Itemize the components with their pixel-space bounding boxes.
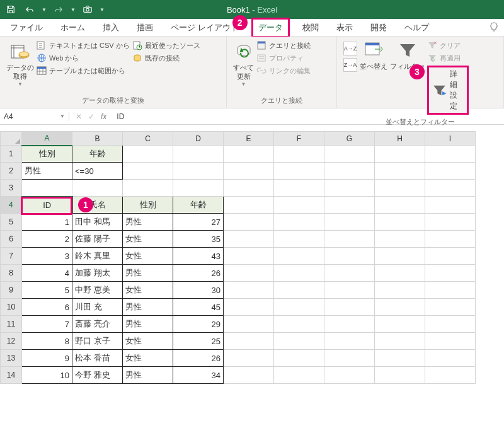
cell[interactable]: 3 [22,248,72,265]
col-header-B[interactable]: B [72,132,123,146]
cancel-formula-icon: ✕ [76,112,82,121]
tab-view[interactable]: 表示 [331,20,358,36]
cell[interactable]: 女性 [123,231,173,248]
svg-point-4 [19,52,29,57]
col-header-E[interactable]: E [224,132,274,146]
refresh-all-button[interactable]: すべて 更新 ▼ [232,39,255,95]
camera-icon[interactable] [81,3,94,16]
tab-insert[interactable]: 挿入 [98,20,124,36]
cell[interactable]: 女性 [123,282,173,299]
col-header-A[interactable]: A [22,132,72,146]
cell[interactable]: 男性 [123,265,173,282]
refresh-all-label: すべて 更新 [233,63,254,81]
col-header-C[interactable]: C [123,132,173,146]
cell[interactable]: 加藤 翔太 [72,265,123,282]
cell[interactable]: 5 [22,282,72,299]
cell[interactable]: 27 [173,214,224,231]
qat-more-dropdown[interactable]: ▼ [100,7,105,13]
cell[interactable]: 佐藤 陽子 [72,231,123,248]
fx-icon[interactable]: fx [101,112,106,121]
cell[interactable]: 性別 [123,197,173,214]
cell[interactable]: 7 [22,316,72,333]
existing-conn-button[interactable]: 既存の接続 [132,53,200,63]
queries-button[interactable]: クエリと接続 [256,40,311,50]
cell[interactable]: 26 [173,350,224,367]
tab-review[interactable]: 校閲 [297,20,324,36]
cell[interactable]: 斎藤 亮介 [72,316,123,333]
select-all-triangle[interactable] [1,132,22,146]
sort-button[interactable]: 並べ替え [358,39,389,73]
cell[interactable]: 男性 [123,316,173,333]
cell[interactable]: 6 [22,299,72,316]
cell[interactable]: 年齢 [173,197,224,214]
cell[interactable]: 男性 [22,163,72,180]
tab-home[interactable]: ホーム [55,20,90,36]
col-header-I[interactable]: I [425,132,476,146]
undo-icon[interactable] [23,3,37,16]
cell[interactable]: 8 [22,333,72,350]
cell[interactable]: 川田 充 [72,299,123,316]
cell[interactable]: 松本 香苗 [72,350,123,367]
col-header-H[interactable]: H [375,132,425,146]
cell[interactable]: 女性 [123,350,173,367]
tab-developer[interactable]: 開発 [365,20,392,36]
tab-file[interactable]: ファイル [5,20,48,36]
tab-help[interactable]: ヘルプ [399,20,434,36]
from-range-button[interactable]: テーブルまたは範囲から [37,66,130,76]
cell-A4[interactable]: ID [22,197,72,214]
cell[interactable]: 男性 [123,299,173,316]
get-data-label: データの 取得 [6,63,34,81]
cell[interactable]: 男性 [123,367,173,384]
col-header-D[interactable]: D [173,132,224,146]
col-header-G[interactable]: G [324,132,375,146]
cell[interactable]: 30 [173,282,224,299]
cell[interactable]: 45 [173,299,224,316]
tab-draw[interactable]: 描画 [132,20,158,36]
group-queries-label: クエリと接続 [232,95,331,108]
cell[interactable]: 年齢 [72,146,123,163]
svg-rect-17 [365,43,379,45]
save-icon[interactable] [4,3,18,16]
cell[interactable]: 男性 [123,214,173,231]
cell[interactable]: 43 [173,248,224,265]
col-header-F[interactable]: F [274,132,324,146]
properties-button: プロパティ [256,53,311,63]
advanced-filter-button[interactable]: 詳細設定 [427,66,469,115]
cell[interactable]: 4 [22,265,72,282]
cell[interactable]: 田中 和馬 [72,214,123,231]
name-box[interactable]: A4▼ [0,112,69,121]
cell[interactable]: 34 [173,367,224,384]
sort-desc-button[interactable]: Z→A [343,58,357,72]
redo-icon[interactable] [52,3,66,16]
svg-rect-8 [37,67,46,69]
enter-formula-icon: ✓ [88,112,94,121]
cell[interactable]: 女性 [123,248,173,265]
worksheet-grid[interactable]: A B C D E F G H I 1 性別 年齢 2 男性 <=30 3 4 … [0,131,504,384]
cell[interactable]: 野口 京子 [72,333,123,350]
get-data-button[interactable]: データの 取得 ▼ [5,39,35,95]
group-sort-label: 並べ替えとフィルター [342,116,498,129]
cell[interactable]: 25 [173,333,224,350]
cell[interactable]: 26 [173,265,224,282]
undo-dropdown[interactable]: ▼ [42,7,47,13]
cell[interactable]: 女性 [123,333,173,350]
cell[interactable]: 29 [173,316,224,333]
recent-sources-button[interactable]: 最近使ったソース [132,40,200,50]
cell[interactable]: 鈴木 真里 [72,248,123,265]
cell[interactable]: 2 [22,231,72,248]
cell[interactable]: 今野 雅史 [72,367,123,384]
from-web-button[interactable]: Web から [37,53,130,63]
cell[interactable]: 中野 恵美 [72,282,123,299]
svg-point-1 [86,8,89,11]
cell[interactable]: 性別 [22,146,72,163]
cell[interactable]: <=30 [72,163,123,180]
from-csv-button[interactable]: テキストまたは CSV から [37,40,130,50]
tab-data[interactable]: データ [251,18,290,38]
sort-asc-button[interactable]: A→Z [343,42,357,55]
redo-dropdown[interactable]: ▼ [71,7,76,13]
cell[interactable]: 35 [173,231,224,248]
cell[interactable]: 9 [22,350,72,367]
cell[interactable]: 10 [22,367,72,384]
cell[interactable]: 1 [22,214,72,231]
tell-me-icon[interactable] [489,22,499,32]
